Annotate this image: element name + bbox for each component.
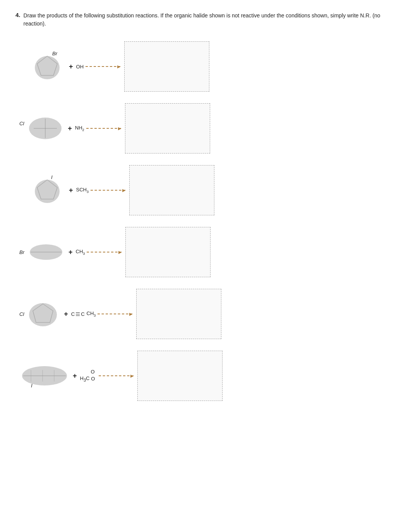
reagent-6: O H3C O — [80, 369, 95, 383]
arrow-2 — [86, 128, 121, 129]
plus-2: + — [68, 124, 72, 133]
halide-label-3: I — [51, 174, 53, 180]
answer-box-2[interactable] — [125, 103, 210, 153]
arrow-4 — [87, 252, 122, 252]
plus-3: + — [69, 186, 73, 194]
halide-label-6: I — [31, 383, 33, 389]
answer-box-4[interactable] — [125, 227, 211, 277]
reagent-3: SCH3 — [76, 187, 89, 194]
halide-label-2: Cl — [19, 113, 24, 126]
plus-4: + — [68, 248, 73, 256]
answer-box-3[interactable] — [129, 165, 214, 215]
molecule-1: Br — [31, 49, 66, 84]
linear-svg-4 — [27, 240, 65, 264]
answer-box-1[interactable] — [124, 41, 209, 92]
cyclopentyl-svg-3 — [31, 173, 66, 208]
reaction-row-6: I + O H3C O — [15, 349, 396, 403]
reaction-row-1: Br + OH — [15, 39, 396, 94]
reaction-row-2: Cl + NH2 — [15, 101, 396, 155]
question-number: 4. — [15, 12, 21, 18]
reagent-6-top: O — [91, 369, 95, 375]
longchain-svg-6 — [19, 362, 70, 389]
branched-svg-2 — [26, 113, 65, 144]
reaction-row-4: Br + CH3 — [15, 225, 396, 279]
molecule-5: Cl — [19, 298, 61, 329]
halide-label-1: Br — [52, 51, 57, 56]
molecule-4: Br — [19, 240, 65, 264]
halide-label-5: Cl — [19, 311, 24, 317]
reagent-4: CH3 — [76, 249, 85, 256]
reagent-2: NH2 — [75, 125, 84, 132]
molecule-2: Cl — [19, 113, 65, 144]
cyclopentyl-svg-5 — [26, 298, 61, 329]
plus-6: + — [73, 372, 77, 380]
question-header: 4. Draw the products of the following su… — [15, 12, 396, 28]
svg-point-9 — [29, 303, 57, 326]
molecule-6: I — [19, 362, 70, 389]
reactions-container: Br + OH Cl + NH2 — [15, 39, 396, 407]
reagent-6-mid: H3C O — [80, 375, 95, 383]
arrow-5 — [98, 314, 132, 314]
question-text: Draw the products of the following subst… — [24, 12, 396, 28]
reaction-row-5: Cl + C C CH3 — [15, 287, 396, 341]
reagent-5: C C CH3 — [71, 310, 96, 317]
arrow-6 — [99, 375, 134, 376]
reagent-1: OH — [76, 64, 84, 70]
answer-box-6[interactable] — [137, 351, 223, 401]
cyclopentyl-svg-1 — [31, 49, 66, 84]
halide-label-4: Br — [19, 249, 24, 255]
reaction-row-3: I + SCH3 — [15, 163, 396, 217]
answer-box-5[interactable] — [136, 289, 221, 339]
arrow-1 — [86, 66, 120, 67]
plus-1: + — [69, 63, 73, 71]
molecule-3: I — [31, 173, 66, 208]
plus-5: + — [64, 310, 68, 318]
arrow-3 — [91, 190, 125, 191]
